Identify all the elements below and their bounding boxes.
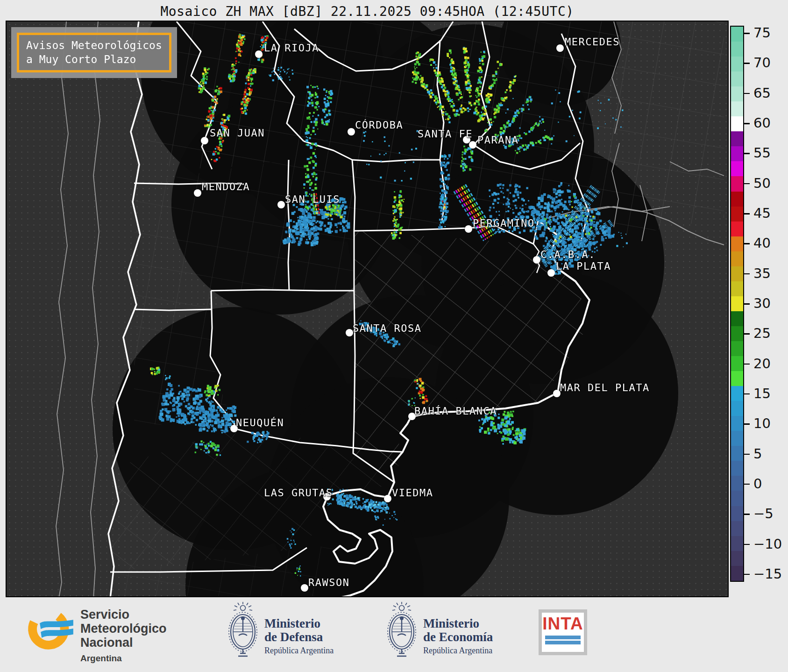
city-label-neuqu-n: NEUQUÉN bbox=[236, 417, 284, 429]
colorbar-segment bbox=[731, 416, 743, 431]
page-title: Mosaico ZH MAX [dBZ] 22.11.2025 09:45HOA… bbox=[6, 4, 729, 19]
coat-of-arms-economia-icon bbox=[382, 601, 421, 661]
reflectivity-colorbar bbox=[730, 26, 744, 582]
coat-of-arms-defensa-icon bbox=[223, 601, 263, 661]
colorbar-tick bbox=[744, 123, 750, 124]
colorbar-tick-label: 20 bbox=[753, 356, 771, 372]
city-label-la-plata: LA PLATA bbox=[556, 260, 611, 272]
ministerio-economia-wordmark: Ministerio de Economía República Argenti… bbox=[423, 617, 493, 656]
colorbar-segment bbox=[731, 446, 743, 461]
city-label-mercedes: MERCEDES bbox=[565, 36, 620, 48]
colorbar-tick bbox=[744, 364, 750, 365]
city-dot-san-juan bbox=[201, 137, 208, 144]
colorbar-tick-label: 5 bbox=[753, 446, 762, 462]
city-dot-parana bbox=[469, 141, 476, 149]
inta-bar-top bbox=[545, 636, 581, 639]
colorbar-tick bbox=[744, 333, 750, 335]
city-label-la-rioja: LA RIOJA bbox=[264, 42, 319, 54]
colorbar-segment bbox=[731, 281, 743, 296]
colorbar-segment bbox=[731, 176, 743, 191]
warning-line2: a Muy Corto Plazo bbox=[26, 52, 162, 66]
city-label-viedma: VIEDMA bbox=[392, 487, 433, 499]
colorbar-segment bbox=[731, 251, 743, 266]
map-canvas bbox=[7, 21, 729, 597]
colorbar-tick bbox=[744, 423, 750, 425]
city-label-c-rdoba: CÓRDOBA bbox=[355, 119, 403, 131]
city-dot-la-plata bbox=[547, 269, 555, 277]
colorbar-tick-label: 70 bbox=[753, 55, 771, 71]
colorbar-segment bbox=[731, 371, 743, 386]
city-dot-mendoza bbox=[194, 189, 201, 197]
colorbar-segment bbox=[731, 566, 743, 581]
colorbar-tick-label: 65 bbox=[753, 85, 771, 101]
colorbar-segment bbox=[731, 491, 743, 506]
colorbar-tick-label: 40 bbox=[753, 236, 771, 251]
city-dot-mar-del-plata bbox=[553, 390, 561, 397]
colorbar-segment bbox=[731, 296, 743, 311]
colorbar-segment bbox=[731, 86, 743, 101]
colorbar-segment bbox=[731, 356, 743, 371]
city-dot-la-rioja bbox=[255, 50, 263, 58]
city-label-santa-rosa: SANTA ROSA bbox=[353, 322, 421, 334]
inta-logo: INTA bbox=[539, 609, 587, 655]
inta-wordmark: INTA bbox=[542, 614, 584, 634]
city-label-santa-fe: SANTA FE bbox=[418, 128, 473, 140]
city-label-mendoza: MENDOZA bbox=[202, 181, 250, 193]
city-label-parana: PARANA bbox=[477, 134, 518, 146]
colorbar-segment bbox=[731, 311, 743, 326]
colorbar-segment bbox=[731, 476, 743, 491]
city-dot-rawson bbox=[301, 584, 308, 592]
colorbar-segment bbox=[731, 506, 743, 521]
colorbar-tick bbox=[744, 213, 750, 214]
ministerio-defensa-wordmark: Ministerio de Defensa República Argentin… bbox=[264, 617, 334, 656]
smn-logo-icon bbox=[26, 605, 75, 653]
colorbar-tick-label: 60 bbox=[753, 115, 771, 131]
colorbar-tick-label: 15 bbox=[753, 386, 771, 401]
colorbar-segment bbox=[731, 161, 743, 176]
colorbar-tick bbox=[744, 484, 750, 485]
colorbar-tick-label: 75 bbox=[753, 25, 771, 41]
colorbar-segment bbox=[731, 266, 743, 281]
colorbar-tick bbox=[744, 93, 750, 94]
colorbar-tick bbox=[744, 243, 750, 244]
city-dot-viedma bbox=[384, 495, 391, 502]
city-label-las-grutas: LAS GRUTAS bbox=[264, 487, 333, 499]
colorbar-segment bbox=[731, 207, 743, 222]
city-dot-santa-rosa bbox=[346, 329, 353, 336]
colorbar-segment bbox=[731, 192, 743, 207]
colorbar-tick-label: 30 bbox=[753, 295, 771, 311]
city-label-san-luis: SAN LUIS bbox=[285, 193, 340, 205]
warning-box[interactable]: Avisos Meteorológicos a Muy Corto Plazo bbox=[11, 27, 177, 78]
smn-wordmark: Servicio Meteorológico Nacional Argentin… bbox=[80, 608, 167, 665]
colorbar-tick bbox=[744, 393, 750, 395]
colorbar-tick-label: 45 bbox=[753, 205, 771, 221]
colorbar-tick-label: −5 bbox=[753, 506, 774, 522]
colorbar-segment bbox=[731, 222, 743, 236]
colorbar-tick-label: 50 bbox=[753, 175, 771, 191]
colorbar-tick-label: 10 bbox=[753, 416, 771, 432]
colorbar-segment bbox=[731, 536, 743, 551]
colorbar-segment bbox=[731, 386, 743, 401]
colorbar-tick bbox=[744, 544, 750, 545]
colorbar-tick-label: 35 bbox=[753, 265, 771, 281]
colorbar-segment bbox=[731, 42, 743, 57]
radar-map[interactable]: Avisos Meteorológicos a Muy Corto Plazo … bbox=[6, 21, 729, 597]
colorbar-tick-label: 0 bbox=[753, 476, 762, 492]
city-label-mar-del-plata: MAR DEL PLATA bbox=[560, 382, 650, 393]
city-label-san-juan: SAN JUAN bbox=[210, 127, 265, 139]
city-label-bah-a-blanca: BAHÍA BLANCA bbox=[414, 405, 497, 417]
colorbar-tick-label: 25 bbox=[753, 326, 771, 342]
city-label-c-a-b-a-: C.A.B.A. bbox=[540, 249, 596, 260]
city-label-pergamino: PERGAMINO bbox=[473, 217, 535, 229]
colorbar-segment bbox=[731, 341, 743, 356]
colorbar-segment bbox=[731, 57, 743, 71]
colorbar-tick bbox=[744, 514, 750, 515]
colorbar-tick bbox=[744, 63, 750, 64]
warning-line1: Avisos Meteorológicos bbox=[26, 38, 162, 52]
colorbar-segment bbox=[731, 27, 743, 42]
colorbar-tick bbox=[744, 153, 750, 154]
colorbar-tick-label: −10 bbox=[753, 536, 782, 552]
colorbar-tick bbox=[744, 303, 750, 305]
footer: Servicio Meteorológico Nacional Argentin… bbox=[0, 597, 788, 672]
colorbar-segment bbox=[731, 461, 743, 476]
